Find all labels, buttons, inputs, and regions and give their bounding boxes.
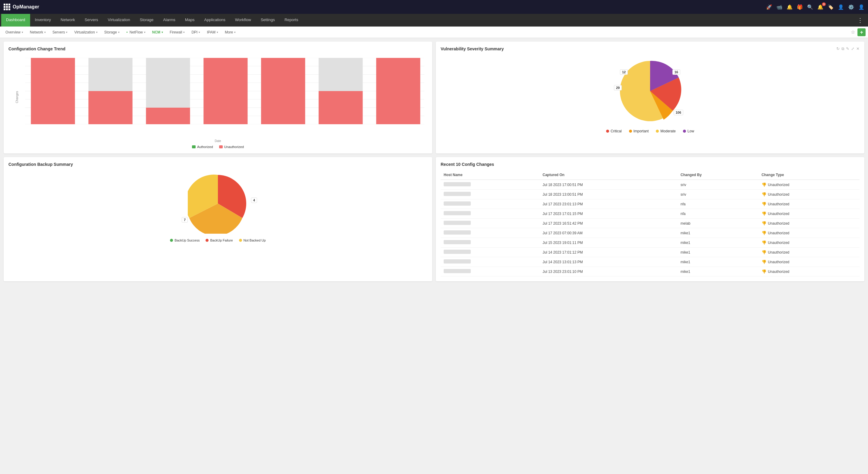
copy-icon[interactable]: ⧉ [841,47,844,51]
change-type-label: Unauthorized [768,221,789,226]
subnav-end: ☆ + [851,28,866,36]
thumbdown-icon: 👎 [762,240,767,245]
chevron-icon: ▾ [96,31,98,34]
gift-icon[interactable]: 🎁 [797,4,803,10]
change-type-label: Unauthorized [768,183,789,187]
chevron-icon: ▾ [161,31,163,34]
backup-label-7: 7 [182,217,188,223]
svg-rect-25 [204,58,247,124]
bar-chart-svg: 0 0.5 1 1.5 2 2.5 3 3.5 4 [25,58,424,124]
nav-item-workflow[interactable]: Workflow [230,14,256,27]
y-axis-label: Changes [16,91,19,103]
rocket-icon[interactable]: 🚀 [766,4,772,10]
svg-rect-27 [261,58,305,124]
config-change-trend-widget: Configuration Change Trend Changes [4,41,432,153]
change-type-label: Unauthorized [768,231,789,235]
subnav-netflow[interactable]: ● NetFlow ▾ [123,29,149,36]
main-content: Configuration Change Trend Changes [0,38,868,285]
navbar-more-button[interactable]: ⋮ [854,17,867,24]
subnav-servers[interactable]: Servers ▾ [50,29,70,36]
config-changes-table: Host Name Captured On Changed By Change … [441,170,860,276]
cell-captured: Jul 17 2023 16:51:42 PM [539,218,678,228]
cell-captured: Jul 18 2023 13:00:51 PM [539,190,678,199]
bar-chart-legend: Authorized Unauthorized [8,145,427,149]
vulnerability-legend: Critical Important Moderate Low [606,129,694,133]
cell-hostname [441,180,539,190]
cell-change-type: 👎 Unauthorized [758,238,860,247]
chevron-icon: ▾ [118,31,120,34]
backup-pie-area: 4 7 BackUp Success BackUp Failure Not Ba… [8,170,427,245]
nav-item-storage[interactable]: Storage [135,14,158,27]
grid-icon[interactable] [4,4,10,10]
cell-change-type: 👎 Unauthorized [758,267,860,276]
nav-item-network[interactable]: Network [56,14,80,27]
subnav-firewall[interactable]: Firewall ▾ [167,29,188,36]
subnav-overview[interactable]: Overview ▾ [2,29,26,36]
change-type-label: Unauthorized [768,270,789,274]
authorized-color [192,145,195,148]
thumbdown-icon: 👎 [762,202,767,206]
thumbdown-icon: 👎 [762,221,767,226]
nav-item-virtualization[interactable]: Virtualization [103,14,135,27]
legend-moderate: Moderate [656,129,676,133]
backup-failure-dot [206,239,209,242]
cell-changed-by: sriv [678,180,758,190]
chevron-icon: ▾ [183,31,185,34]
gear-icon[interactable]: ⚙️ [848,4,854,10]
cell-hostname [441,199,539,209]
navbar: Dashboard Inventory Network Servers Virt… [0,14,868,27]
subnav-network[interactable]: Network ▾ [27,29,49,36]
user-avatar-icon[interactable]: 👤 [858,4,864,10]
cell-captured: Jul 17 2023 23:01:13 PM [539,199,678,209]
cell-captured: Jul 18 2023 17:00:51 PM [539,180,678,190]
subnav-storage[interactable]: Storage ▾ [101,29,123,36]
edit-icon[interactable]: ✎ [846,47,849,51]
change-type-label: Unauthorized [768,192,789,197]
nav-item-servers[interactable]: Servers [80,14,103,27]
thumbdown-icon: 👎 [762,192,767,197]
user-settings-icon[interactable]: 👤 [838,4,844,10]
bell-icon[interactable]: 🔔 [786,4,793,10]
nav-item-settings[interactable]: Settings [256,14,280,27]
add-widget-button[interactable]: + [858,28,866,36]
cell-change-type: 👎 Unauthorized [758,190,860,199]
nav-item-dashboard[interactable]: Dashboard [1,14,30,27]
chevron-icon: ▾ [144,31,146,34]
nav-item-inventory[interactable]: Inventory [30,14,56,27]
cell-hostname [441,228,539,238]
cell-changed-by: mike1 [678,267,758,276]
notification-badge[interactable]: 🔔3 [817,4,824,10]
star-button[interactable]: ☆ [851,29,855,35]
cell-hostname [441,209,539,218]
unauthorized-color [219,145,223,148]
video-icon[interactable]: 📹 [776,4,782,10]
config-backup-title: Configuration Backup Summary [8,162,427,167]
cell-change-type: 👎 Unauthorized [758,180,860,190]
subnav-more[interactable]: More ▾ [222,29,239,36]
nav-item-applications[interactable]: Applications [199,14,230,27]
refresh-icon[interactable]: ↻ [836,47,840,51]
thumbdown-icon: 👎 [762,231,767,235]
legend-unauthorized: Unauthorized [219,145,244,149]
nav-item-maps[interactable]: Maps [180,14,199,27]
subnav-ncm[interactable]: NCM ▾ [149,29,166,36]
widget-action-icons: ↻ ⧉ ✎ ⤢ ✕ [836,47,860,51]
expand-icon[interactable]: ⤢ [851,47,855,51]
subnav-ipam[interactable]: IPAM ▾ [204,29,221,36]
config-backup-widget: Configuration Backup Summary 4 7 [4,157,432,281]
not-backed-up-dot [239,239,242,242]
change-type-label: Unauthorized [768,241,789,245]
nav-item-alarms[interactable]: Alarms [158,14,180,27]
subnav-virtualization[interactable]: Virtualization ▾ [71,29,100,36]
nav-item-reports[interactable]: Reports [280,14,303,27]
subnav-dpi[interactable]: DPI ▾ [188,29,203,36]
col-captured: Captured On [539,170,678,180]
tag-icon[interactable]: 🏷️ [828,4,834,10]
thumbdown-icon: 👎 [762,250,767,255]
legend-important: Important [629,129,649,133]
close-icon[interactable]: ✕ [856,47,860,51]
thumbdown-icon: 👎 [762,260,767,264]
search-icon[interactable]: 🔍 [807,4,813,10]
table-header-row: Host Name Captured On Changed By Change … [441,170,860,180]
cell-changed-by: melab [678,218,758,228]
